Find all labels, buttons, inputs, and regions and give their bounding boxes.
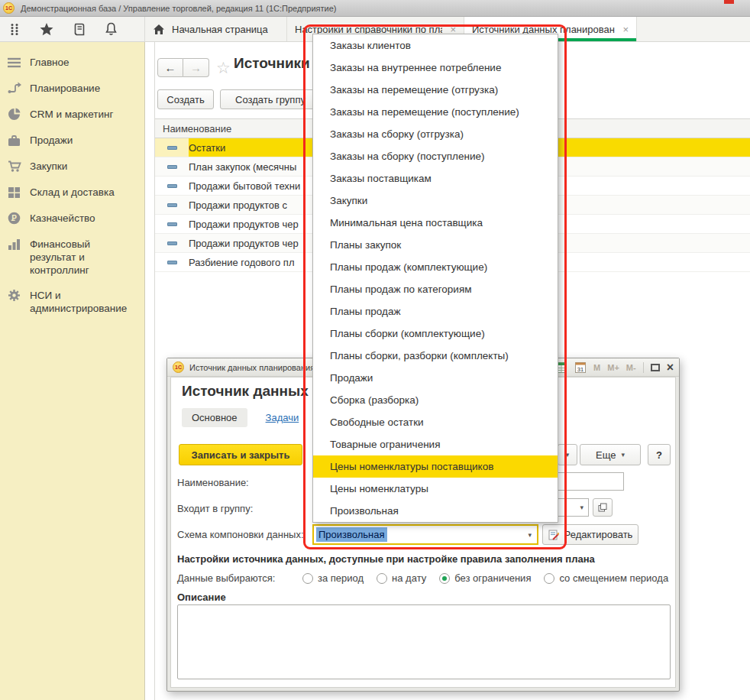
dropdown-item-label: Товарные ограничения: [330, 439, 440, 450]
radio-label: за период: [318, 572, 364, 584]
dropdown-item[interactable]: Планы продаж (комплектующие): [313, 256, 558, 278]
home-icon: [153, 24, 165, 35]
sidebar-item-main[interactable]: Главное: [0, 50, 144, 76]
tab-close-icon[interactable]: ×: [450, 24, 456, 34]
dropdown-item[interactable]: Заказы поставщикам: [313, 167, 558, 190]
memory-recall-button[interactable]: M: [593, 363, 600, 372]
dropdown-item[interactable]: Закупки: [313, 190, 558, 212]
dropdown-item[interactable]: Продажи: [313, 367, 558, 389]
sidebar-item-label: Продажи: [30, 134, 73, 147]
forward-button[interactable]: →: [183, 58, 209, 77]
data-selection-radios: за период на дату без ограничения со сме…: [302, 572, 668, 584]
sidebar-item-finance[interactable]: Финансовый результат и контроллинг: [0, 232, 144, 283]
dropdown-item[interactable]: Заказы клиентов: [313, 34, 558, 57]
radio-option[interactable]: за период: [302, 572, 364, 584]
window-title: Демонстрационная база / Управление торго…: [21, 4, 336, 13]
back-button[interactable]: ←: [157, 58, 183, 77]
more-button[interactable]: Еще▾: [580, 444, 641, 465]
dropdown-item[interactable]: Цены номенклатуры поставщиков: [313, 455, 558, 478]
sidebar-item-purchases[interactable]: Закупки: [0, 154, 144, 180]
sidebar-item-admin[interactable]: НСИ и администрирование: [0, 283, 144, 321]
radio-option[interactable]: на дату: [377, 572, 426, 584]
dialog-tab-tasks[interactable]: Задачи: [266, 412, 299, 423]
save-and-close-button[interactable]: Записать и закрыть: [179, 444, 302, 465]
radio-circle-icon[interactable]: [377, 573, 387, 584]
dropdown-item-label: Сборка (разборка): [330, 394, 419, 406]
menu-icon: [7, 55, 21, 70]
memory-minus-button[interactable]: M-: [626, 363, 636, 372]
dropdown-item-label: Планы сборки (комплектующие): [330, 328, 485, 339]
tools-menu-icon[interactable]: [8, 22, 21, 36]
dropdown-item[interactable]: Планы сборки, разборки (комплекты): [313, 345, 558, 367]
dropdown-item[interactable]: Заказы на внутреннее потребление: [313, 57, 558, 79]
favorites-star-icon[interactable]: [40, 22, 53, 36]
dropdown-item-label: Произвольная: [330, 505, 399, 517]
radio-circle-icon[interactable]: [302, 573, 313, 584]
open-group-button[interactable]: [593, 498, 613, 517]
hidden-split-button[interactable]: ▾: [558, 444, 577, 465]
dropdown-item-label: Цены номенклатуры: [330, 483, 428, 494]
dropdown-item[interactable]: Заказы на сборку (отгрузка): [313, 123, 558, 145]
row-label: Продажи продуктов чер: [189, 219, 299, 230]
dropdown-item[interactable]: Заказы на перемещение (отгрузка): [313, 79, 558, 101]
gear-icon: [7, 288, 21, 303]
create-button[interactable]: Создать: [157, 89, 214, 109]
dialog-tab-main[interactable]: Основное: [182, 408, 247, 427]
schema-combobox[interactable]: Произвольная ▾: [312, 524, 538, 545]
dropdown-item[interactable]: Планы продаж по категориям: [313, 278, 558, 300]
separator: [643, 362, 644, 373]
dropdown-item[interactable]: Минимальная цена поставщика: [313, 212, 558, 234]
tab-close-icon[interactable]: ×: [622, 24, 629, 34]
dropdown-item-label: Заказы на перемещение (поступление): [330, 106, 519, 118]
edit-schema-button[interactable]: Редактировать: [542, 524, 638, 545]
favorite-star-icon[interactable]: ☆: [216, 59, 231, 77]
window-close-button[interactable]: [724, 0, 734, 4]
dropdown-item[interactable]: Планы сборки (комплектующие): [313, 322, 558, 345]
create-group-button[interactable]: Создать группу: [220, 89, 321, 109]
close-icon[interactable]: ×: [667, 362, 674, 373]
chevron-down-icon[interactable]: ▾: [528, 531, 537, 539]
row-label: Остатки: [189, 142, 225, 154]
sidebar-item-sales[interactable]: Продажи: [0, 128, 144, 154]
schema-selected-value: Произвольная: [316, 527, 387, 542]
tab-home[interactable]: Начальная страница: [145, 17, 287, 41]
dropdown-item-label: Планы продаж: [330, 306, 400, 317]
radio-label: на дату: [392, 572, 426, 584]
dropdown-item[interactable]: Планы продаж: [313, 300, 558, 322]
dropdown-item[interactable]: Цены номенклатуры: [313, 478, 558, 500]
dropdown-item-label: Планы продаж по категориям: [330, 284, 472, 295]
sidebar-item-crm[interactable]: CRM и маркетинг: [0, 102, 144, 128]
dropdown-item[interactable]: Свободные остатки: [313, 411, 558, 433]
row-type-cell: [155, 138, 189, 157]
dropdown-item[interactable]: Произвольная: [313, 500, 558, 522]
dropdown-item[interactable]: Сборка (разборка): [313, 389, 558, 411]
dropdown-item[interactable]: Заказы на перемещение (поступление): [313, 101, 558, 123]
radio-circle-icon[interactable]: [439, 573, 450, 584]
chevron-down-icon[interactable]: ▾: [580, 504, 588, 511]
data-selection-label: Данные выбираются:: [177, 572, 302, 584]
history-scroll-icon[interactable]: [72, 22, 86, 36]
radio-option[interactable]: со смещением периода: [544, 572, 668, 584]
row-type-cell: [155, 196, 189, 214]
maximize-icon[interactable]: [651, 364, 660, 371]
row-type-cell: [155, 177, 189, 195]
calendar-icon[interactable]: 31: [574, 361, 587, 374]
dropdown-item[interactable]: Планы закупок: [313, 234, 558, 256]
notifications-bell-icon[interactable]: [104, 22, 118, 36]
sidebar-item-treasury[interactable]: Р Казначейство: [0, 206, 144, 232]
description-textarea[interactable]: [177, 604, 671, 679]
description-label: Описание: [177, 591, 226, 603]
dropdown-item-label: Закупки: [330, 195, 367, 206]
app-window: 1С Демонстрационная база / Управление то…: [0, 0, 750, 700]
sidebar-item-planning[interactable]: Планирование: [0, 76, 144, 102]
settings-section-header: Настройки источника данных, доступные пр…: [177, 553, 595, 565]
radio-circle-icon[interactable]: [544, 573, 554, 584]
dropdown-item[interactable]: Заказы на сборку (поступление): [313, 145, 558, 167]
dropdown-item-label: Заказы на сборку (отгрузка): [330, 128, 464, 140]
help-button[interactable]: ?: [648, 444, 671, 465]
dropdown-item[interactable]: Товарные ограничения: [313, 433, 558, 455]
radio-option[interactable]: без ограничения: [439, 572, 531, 584]
memory-plus-button[interactable]: M+: [607, 363, 619, 372]
sidebar-item-warehouse[interactable]: Склад и доставка: [0, 180, 144, 206]
dropdown-item-label: Заказы на сборку (поступление): [330, 151, 484, 162]
